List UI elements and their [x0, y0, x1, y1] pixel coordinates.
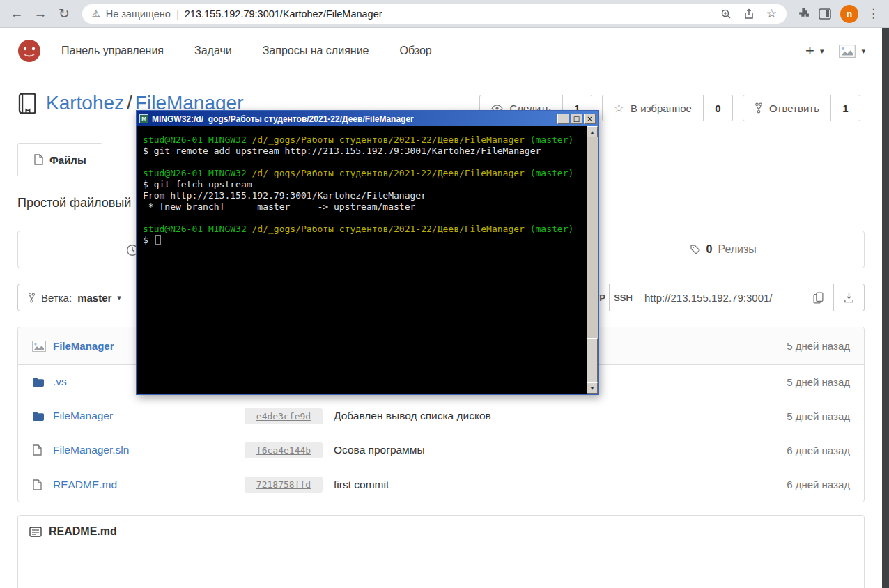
fork-icon [755, 102, 763, 114]
file-row-filemanager[interactable]: FileManager e4de3cfe9d Добавлен вывод сп… [18, 399, 864, 433]
address-bar[interactable]: ⚠ Не защищено | 213.155.192.79:3001/Kart… [82, 4, 787, 24]
nav-item-explore[interactable]: Обзор [399, 45, 431, 57]
forward-icon[interactable]: → [29, 3, 52, 25]
file-icon [32, 444, 42, 456]
commit-hash-link[interactable]: 7218758ffd [245, 477, 323, 493]
readme-content [18, 548, 864, 588]
navbar-right: + ▾ ▾ [805, 42, 865, 60]
browser-menu-icon[interactable]: ⋮ [867, 6, 879, 21]
ssh-protocol-button[interactable]: SSH [610, 284, 637, 311]
branch-label: Ветка: [41, 292, 72, 304]
scrollbar-track[interactable] [587, 137, 598, 382]
copy-icon [813, 292, 824, 304]
terminal-blank-line [143, 157, 582, 168]
tag-icon [690, 244, 701, 255]
terminal-blank-line [143, 212, 582, 224]
file-age: 5 дней назад [778, 410, 850, 422]
copy-url-button[interactable] [803, 284, 834, 311]
file-age: 6 дней назад [778, 479, 850, 490]
download-icon [844, 292, 854, 303]
maximize-button[interactable]: □ [571, 114, 582, 124]
extension-puzzle-icon[interactable] [798, 8, 810, 20]
file-age: 5 дней назад [778, 376, 850, 388]
commit-hash-link[interactable]: e4de3cfe9d [245, 408, 323, 424]
back-icon[interactable]: ← [6, 3, 28, 25]
star-group: ☆ В избранное 0 [602, 95, 733, 121]
terminal-output: stud@N26-01 MINGW32 /d/_gogs/Работы студ… [137, 126, 587, 394]
create-new-icon[interactable]: + [805, 42, 814, 60]
close-button[interactable]: × [584, 114, 596, 124]
terminal-output-line: From http://213.155.192.79:3001/Kartohez… [143, 190, 582, 201]
nav-item-pull-requests[interactable]: Запросы на слияние [263, 45, 369, 57]
user-menu-caret-icon[interactable]: ▾ [861, 47, 865, 56]
terminal-command-line: $ git fetch upstream [143, 179, 582, 190]
file-name-link[interactable]: FileManager [53, 410, 245, 422]
latest-commit-age: 5 дней назад [778, 340, 850, 352]
branch-caret-icon: ▾ [117, 293, 121, 302]
browser-toolbar-right: n ⋮ [794, 5, 883, 23]
address-divider: | [176, 8, 179, 20]
page-scrollbar[interactable] [882, 28, 889, 588]
terminal-scrollbar[interactable]: ▲ ▼ [587, 126, 598, 394]
clone-url-input[interactable] [637, 284, 803, 311]
gogs-logo[interactable] [17, 38, 42, 63]
clone-url-group: HTTP SSH [578, 284, 865, 311]
bookmark-star-icon[interactable]: ☆ [766, 8, 777, 20]
file-name-link[interactable]: FileManager.sln [53, 444, 245, 456]
terminal-prompt-line: stud@N26-01 MINGW32 /d/_gogs/Работы студ… [143, 168, 582, 179]
minimize-button[interactable]: _ [557, 114, 569, 124]
nav-item-issues[interactable]: Задачи [194, 45, 232, 57]
browser-chrome: ← → ↻ ⚠ Не защищено | 213.155.192.79:300… [0, 0, 889, 28]
fork-group: Ответвить 1 [743, 95, 860, 121]
terminal-body: stud@N26-01 MINGW32 /d/_gogs/Работы студ… [137, 126, 598, 394]
repo-owner-link[interactable]: Kartohez [46, 92, 124, 114]
nav-item-dashboard[interactable]: Панель управления [61, 45, 164, 57]
scrollbar-thumb[interactable] [587, 338, 598, 382]
create-new-caret-icon[interactable]: ▾ [820, 47, 824, 56]
releases-count: 0 [706, 243, 713, 256]
terminal-cursor-line: $ [143, 235, 582, 246]
stat-releases[interactable]: 0 Релизы [582, 231, 864, 268]
file-name-link[interactable]: README.md [53, 479, 245, 491]
readme-panel: README.md [17, 515, 865, 588]
readme-header: README.md [18, 516, 864, 548]
commit-message: Осова программы [334, 444, 778, 456]
file-row-readme[interactable]: README.md 7218758ffd first commit 6 дней… [18, 467, 864, 502]
fork-count[interactable]: 1 [831, 95, 860, 121]
share-icon[interactable] [743, 8, 755, 20]
browser-profile-avatar[interactable]: n [840, 5, 858, 23]
not-secure-warning-icon: ⚠ [92, 8, 100, 19]
terminal-titlebar[interactable]: M MINGW32:/d/_gogs/Работы студентов/2021… [137, 111, 598, 126]
terminal-output-line: * [new branch] master -> upstream/master [143, 201, 582, 212]
commit-message: first commit [334, 479, 778, 491]
fork-label: Ответвить [769, 102, 819, 114]
reload-icon[interactable]: ↻ [53, 3, 75, 25]
scroll-down-icon[interactable]: ▼ [587, 382, 598, 394]
terminal-window[interactable]: M MINGW32:/d/_gogs/Работы студентов/2021… [136, 110, 599, 395]
branch-icon [28, 293, 36, 303]
commit-hash-link[interactable]: f6ca4e144b [245, 442, 323, 458]
readme-title: README.md [49, 525, 117, 538]
file-row-filemanager-sln[interactable]: FileManager.sln f6ca4e144b Осова програм… [18, 433, 864, 467]
not-secure-label[interactable]: Не защищено [106, 8, 171, 20]
branch-name: master [77, 292, 111, 304]
user-avatar-broken-image-icon[interactable] [839, 45, 856, 58]
terminal-cursor [155, 235, 161, 245]
readme-list-icon [29, 527, 42, 537]
branch-selector[interactable]: Ветка: master ▾ [17, 284, 143, 311]
star-button[interactable]: ☆ В избранное [602, 95, 704, 121]
tab-files[interactable]: Файлы [17, 143, 102, 176]
terminal-command-line: $ git remote add upstream http://213.155… [143, 146, 582, 157]
fork-button[interactable]: Ответвить [743, 95, 831, 121]
commit-avatar-broken-image-icon [32, 341, 46, 352]
terminal-title: MINGW32:/d/_gogs/Работы студентов/2021-2… [152, 114, 554, 124]
url-text[interactable]: 213.155.192.79:3001/Kartohez/FileManager [185, 8, 382, 20]
download-button[interactable] [834, 284, 865, 311]
scroll-up-icon[interactable]: ▲ [587, 126, 598, 137]
zoom-icon[interactable] [720, 8, 732, 20]
tab-files-label: Файлы [49, 154, 86, 166]
star-label: В избранное [631, 102, 692, 114]
star-count[interactable]: 0 [704, 95, 733, 121]
latest-commit-author-link[interactable]: FileManager [53, 340, 114, 352]
side-panel-icon[interactable] [819, 8, 831, 20]
